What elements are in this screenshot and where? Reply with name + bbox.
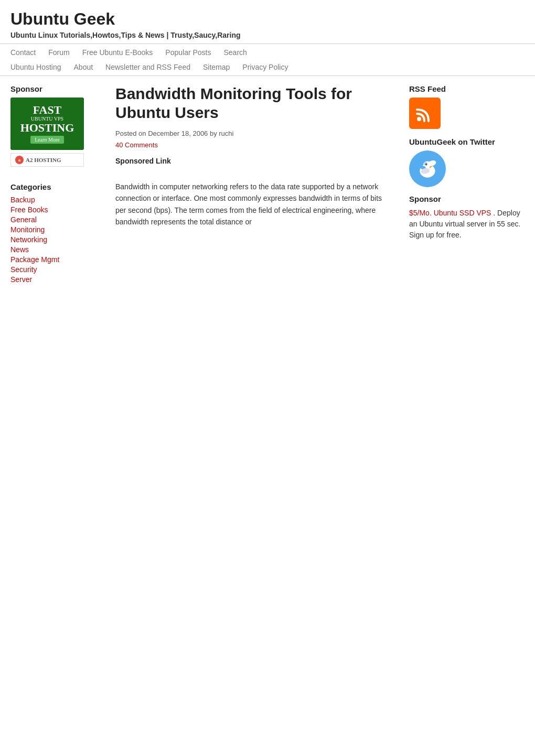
nav-contact[interactable]: Contact [10, 48, 36, 57]
nav-container: Contact Forum Free Ubuntu E-Books Popula… [0, 44, 535, 76]
category-free-books[interactable]: Free Books [10, 206, 97, 214]
nav-row1: Contact Forum Free Ubuntu E-Books Popula… [10, 44, 525, 60]
right-sidebar: RSS Feed ☉ UbuntuGeek on Twitter [404, 84, 525, 285]
nav-ebooks[interactable]: Free Ubuntu E-Books [82, 48, 153, 57]
nav-search[interactable]: Search [224, 48, 247, 57]
svg-point-9 [426, 164, 427, 165]
category-security[interactable]: Security [10, 265, 97, 274]
sponsor-box[interactable]: FAST UBUNTU VPS HOSTING Learn More [10, 98, 84, 150]
categories-section: Categories Backup Free Books General Mon… [10, 182, 97, 284]
category-networking[interactable]: Networking [10, 235, 97, 244]
site-title: Ubuntu Geek [10, 9, 525, 29]
post-content: Bandwidth in computer networking refers … [115, 181, 393, 228]
twitter-label: UbuntuGeek on Twitter [409, 137, 525, 146]
site-header: Ubuntu Geek Ubuntu Linux Tutorials,Howto… [0, 0, 535, 44]
nav-privacy[interactable]: Privacy Policy [242, 63, 288, 71]
sponsor-hosting-text: HOSTING [20, 122, 74, 134]
rss-icon[interactable]: ☉ [409, 98, 441, 129]
twitter-section: UbuntuGeek on Twitter [409, 137, 525, 187]
nav-newsletter[interactable]: Newsletter and RSS Feed [105, 63, 190, 71]
svg-point-8 [425, 164, 427, 165]
post-meta: Posted on December 18, 2006 by ruchi [115, 129, 393, 137]
sponsor-learn-more-btn[interactable]: Learn More [30, 136, 63, 144]
category-monitoring[interactable]: Monitoring [10, 225, 97, 234]
twitter-bird-icon[interactable] [409, 150, 446, 187]
main-layout: Sponsor FAST UBUNTU VPS HOSTING Learn Mo… [0, 76, 535, 294]
twitter-bird-svg [414, 156, 441, 182]
category-general[interactable]: General [10, 215, 97, 224]
right-sponsor-label: Sponsor [409, 195, 525, 203]
svg-point-0 [417, 117, 421, 121]
center-content: Bandwidth Monitoring Tools for Ubuntu Us… [105, 84, 404, 285]
right-sponsor-section: Sponsor $5/Mo. Ubuntu SSD VPS . Deploy a… [409, 195, 525, 241]
category-server[interactable]: Server [10, 275, 97, 284]
sponsor-fast-text: FAST [33, 104, 62, 116]
nav-forum[interactable]: Forum [48, 48, 69, 57]
nav-hosting[interactable]: Ubuntu Hosting [10, 63, 61, 71]
right-sponsor-text: $5/Mo. Ubuntu SSD VPS . Deploy an Ubuntu… [409, 208, 525, 241]
site-tagline: Ubuntu Linux Tutorials,Howtos,Tips & New… [10, 31, 525, 39]
sponsor-vps-link[interactable]: $5/Mo. Ubuntu SSD VPS [409, 209, 491, 217]
left-sidebar: Sponsor FAST UBUNTU VPS HOSTING Learn Mo… [10, 84, 105, 285]
a2-name-text: A2 HOSTING [26, 157, 61, 163]
nav-about[interactable]: About [74, 63, 93, 71]
rss-label: RSS Feed [409, 84, 525, 93]
categories-label: Categories [10, 182, 97, 191]
category-backup[interactable]: Backup [10, 196, 97, 204]
category-news[interactable]: News [10, 245, 97, 254]
nav-popular[interactable]: Popular Posts [165, 48, 211, 57]
rss-section: RSS Feed ☉ [409, 84, 525, 129]
sponsor-label: Sponsor [10, 84, 97, 93]
nav-row2: Ubuntu Hosting About Newsletter and RSS … [10, 60, 525, 75]
nav-sitemap[interactable]: Sitemap [203, 63, 230, 71]
rss-svg-icon [415, 103, 435, 123]
post-comments-link[interactable]: 40 Comments [115, 141, 158, 149]
a2-circle-icon: a [15, 156, 24, 164]
post-title: Bandwidth Monitoring Tools for Ubuntu Us… [115, 84, 393, 122]
a2-logo[interactable]: a A2 HOSTING [10, 153, 84, 167]
category-package-mgmt[interactable]: Package Mgmt [10, 255, 97, 264]
sponsored-link-label: Sponsored Link [115, 157, 393, 165]
